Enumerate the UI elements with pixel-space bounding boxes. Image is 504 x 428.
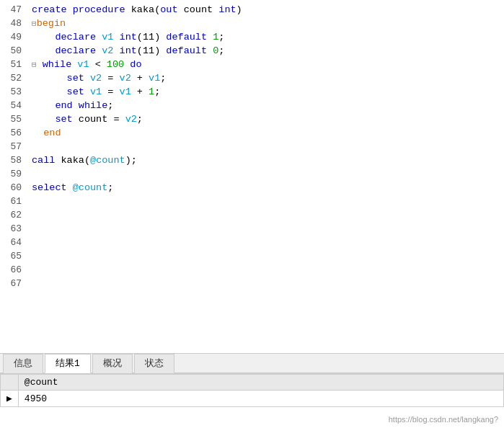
code-line-52: set v2 = v2 + v1; (32, 71, 498, 85)
code-line-60: select @count; (32, 181, 498, 195)
line-num-48: 48 (3, 17, 22, 30)
var-v2: v2 (102, 45, 119, 56)
var-v2c: v2 (125, 114, 137, 125)
indent-55 (32, 114, 55, 125)
kw-int: int (218, 4, 236, 15)
kw-end-while: end while (55, 100, 107, 111)
indent-51 (37, 59, 43, 70)
editor-area: 47 48 49 50 51 52 53 54 55 56 57 58 59 6… (0, 0, 504, 353)
fn-kaka: kaka( (131, 4, 161, 15)
line-num-64: 64 (3, 236, 22, 249)
table-row: ▶ 4950 (1, 391, 504, 407)
eq1: = (102, 73, 119, 84)
line-num-66: 66 (3, 263, 22, 277)
semi6: ; (137, 114, 143, 125)
indent-52 (32, 73, 67, 84)
plain-112: (11) (137, 45, 167, 56)
kw-create: create (32, 4, 73, 15)
line-num-58: 58 (3, 153, 22, 167)
code-line-56: end (32, 126, 498, 140)
semi5: ; (107, 100, 113, 111)
code-content[interactable]: create procedure kaka(out count int) ⊟be… (26, 0, 504, 353)
code-line-59 (32, 167, 498, 181)
kw-begin: begin (37, 18, 66, 29)
kw-default1: default (166, 32, 213, 43)
line-num-51: 51 (3, 58, 22, 71)
code-line-53: set v1 = v1 + 1; (32, 85, 498, 99)
column-count-header: @count (18, 375, 503, 391)
code-line-64 (32, 236, 498, 249)
eq2: = (102, 86, 119, 97)
code-line-57 (32, 140, 498, 153)
kw-select: select (32, 182, 73, 193)
code-line-51: ⊟ while v1 < 100 do (32, 58, 498, 71)
indent-50 (32, 45, 55, 56)
code-line-47: create procedure kaka(out count int) (32, 3, 498, 17)
line-num-61: 61 (3, 195, 22, 208)
num-100: 100 (107, 59, 124, 70)
indent-53 (32, 86, 67, 97)
tab-status[interactable]: 状态 (134, 354, 174, 373)
code-line-54: end while; (32, 99, 498, 112)
code-line-48: ⊟begin (32, 17, 498, 30)
plain-space: count (178, 4, 219, 15)
plain-11: (11) (137, 32, 167, 43)
row-arrow: ▶ (1, 391, 19, 407)
indent-49 (32, 32, 55, 43)
var-at-count2: @count (73, 182, 108, 193)
kw-declare2: declare (55, 45, 102, 56)
result-value: 4950 (18, 391, 503, 407)
row-indicator-header (1, 375, 19, 391)
var-v2-assign: v2 (90, 73, 102, 84)
tab-overview[interactable]: 概况 (92, 354, 133, 373)
line-num-63: 63 (3, 222, 22, 236)
semi4: ; (154, 86, 160, 97)
kw-int2: int (120, 45, 137, 56)
fold-icon-48: ⊟ (32, 19, 37, 28)
indent-54 (32, 100, 55, 111)
code-line-55: set count = v2; (32, 112, 498, 126)
code-line-63 (32, 222, 498, 236)
num-1b: 1 (149, 86, 154, 97)
semi3: ; (160, 73, 166, 84)
code-line-50: declare v2 int(11) default 0; (32, 44, 498, 58)
code-line-67 (32, 277, 498, 290)
line-num-52: 52 (3, 71, 22, 85)
fold-icon-51: ⊟ (32, 61, 37, 69)
line-num-55: 55 (3, 112, 22, 126)
lt-100: < (89, 59, 107, 70)
line-num-50: 50 (3, 44, 22, 58)
tab-results[interactable]: 结果1 (45, 354, 91, 373)
code-line-62 (32, 208, 498, 222)
paren-close: ) (236, 4, 242, 15)
results-table: @count ▶ 4950 (0, 374, 504, 407)
kw-set3: set (55, 114, 78, 125)
line-numbers: 47 48 49 50 51 52 53 54 55 56 57 58 59 6… (0, 0, 26, 353)
line-num-67: 67 (3, 277, 22, 290)
var-v1: v1 (102, 32, 119, 43)
code-line-61 (32, 195, 498, 208)
plus-v1: + (131, 73, 149, 84)
tab-info[interactable]: 信息 (3, 354, 43, 373)
var-v1b: v1 (149, 73, 160, 84)
code-line-66 (32, 263, 498, 277)
kw-int1: int (120, 32, 137, 43)
line-num-62: 62 (3, 208, 22, 222)
var-v2b: v2 (120, 73, 131, 84)
line-num-59: 59 (3, 167, 22, 181)
var-v1c: v1 (120, 86, 131, 97)
line-num-56: 56 (3, 126, 22, 140)
kw-end: end (43, 128, 61, 138)
line-num-60: 60 (3, 181, 22, 195)
line-num-49: 49 (3, 30, 22, 44)
kw-set2: set (67, 86, 90, 97)
line-num-57: 57 (3, 140, 22, 153)
paren-semi: ); (125, 155, 137, 166)
watermark: https://blog.csdn.net/langkang? (389, 415, 498, 424)
kw-procedure: procedure (73, 4, 131, 15)
line-num-65: 65 (3, 249, 22, 263)
plus-1: + (131, 86, 149, 97)
kw-while: while (43, 59, 78, 70)
code-line-65 (32, 249, 498, 263)
var-at-count: @count (90, 155, 125, 166)
